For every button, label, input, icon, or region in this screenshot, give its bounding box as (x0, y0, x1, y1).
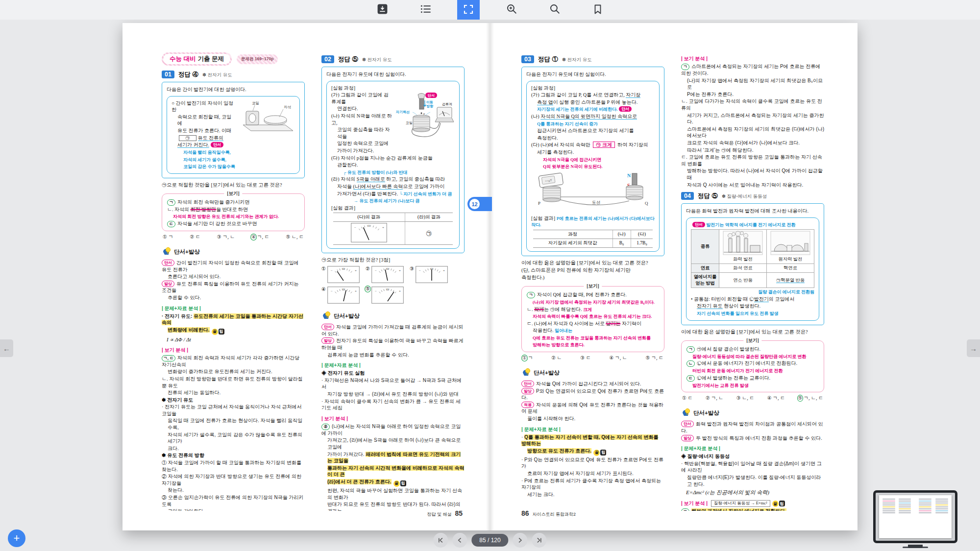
text-line: · 전자기 유도: 유도전류의 세기는 코일을 통과하는 시간당 자기선속의 (162, 313, 305, 326)
answer-option: ⑤ ㄴ, ㄷ (286, 234, 304, 240)
text-line: 코일을 감아쥔다. (162, 508, 305, 511)
answer-mark: ㄱ (167, 199, 175, 206)
svg-text:코일: 코일 (406, 121, 413, 125)
text-line: 자석을 빨리 움직일수록, (172, 149, 295, 156)
meter-options: ①0−+②0−+③0−+④0−+⑤0−+ (321, 266, 465, 305)
answer-option: ② ㄴ (551, 355, 562, 361)
last-page-button[interactable] (532, 533, 547, 548)
text-line: 자기장 방향 반대 → (라)에서 유도 전류의 방향이 (나)와 반대 (321, 391, 465, 398)
text-block: ㄱ핵분열 과정에서 질량이 에너지로 전환된다.즉 질량 결손이 생기며 사라진… (681, 508, 824, 511)
text-line: 변화량에 비례한다.꿀팁 (162, 327, 305, 335)
text-run: └ 자기 선속의 변화가 더 큼 (399, 192, 452, 196)
text-line: 자기 선속의 변화를 일으켜 유도 전류 발생 (691, 310, 814, 317)
experiment-box: [실험 과정](가) 그림과 같이 코일 P, Q를 서로 연결하고, 자기장측… (526, 81, 660, 252)
problem-04-header: 04정답 ⑤✽ 질량-에너지 동등성 (681, 192, 824, 200)
bookmark-tab[interactable]: 12 (467, 197, 492, 211)
answer-mark: ㄱ (681, 64, 689, 70)
text-run: 작용한다. (533, 328, 555, 333)
answer-mark: ㄴ (686, 360, 695, 367)
first-page-icon (437, 537, 444, 544)
answer-option: ③ ㄷ (580, 355, 590, 361)
text-line: 자석의 속력이 빠를수록 Q에 흐르는 유도 전류의 세기는 크다. (527, 313, 659, 320)
clue-idea-heading: 단서+발상 (321, 311, 465, 321)
text-line: ㄱ핵분열 과정에서 질량이 에너지로 전환된다. (681, 508, 824, 511)
text-run: (가) 그림과 같이 코일 P, Q를 서로 연결하고, (531, 92, 626, 97)
zoom-in-icon (506, 3, 518, 17)
text-line: 통과하는 자기 선속의 시간적 변화율에 비례하므로 자석의 속력이 더 큰 (321, 465, 465, 478)
answer-option: ④ ㄱ, ㄷ (767, 395, 785, 402)
bookmark-tab-number: 12 (469, 199, 480, 209)
experiment-box: [실험 과정]단서이동방향자기력선p코일검류계(가) 그림과 같이 코일에 검류… (326, 81, 460, 249)
text-run: 현상이 발생한다. (723, 303, 761, 309)
text-line: ┌ 유도 전류의 방향이 (나)와 반대 (331, 169, 455, 176)
text-line: 코일의 감은 수가 많을수록 (172, 163, 295, 170)
text-run: 발전기는 역학적 에너지를 전기 에너지로 전환 (705, 222, 796, 227)
text-line: · 전자기 유도는 코일 근처에서 자석을 움직이거나 자석 근처에서 코일을 (162, 404, 305, 417)
text-run: 자석을 (337, 184, 353, 189)
page-column-1: 수능 대비기출 문제문제편 169~170p01정답 ④✽ 전자기 유도다음은 … (162, 51, 305, 511)
text-line: 세기는 크다. (521, 491, 664, 498)
text-line: 측정한다.) (521, 274, 664, 281)
section-heading: | 문제+자료 분석 | (162, 305, 305, 312)
text-line: ⑤(나)에서는 자석의 N극을 아래로 하여 일정한 속력으로 코일에 가까이 (321, 423, 465, 437)
text-line: [실험 결과] (331, 205, 455, 212)
text-line: ㄷ㉡에서 발생하는 전류는 교류이다. (686, 375, 819, 382)
search-button[interactable] (543, 0, 566, 20)
download-button[interactable] (371, 0, 393, 20)
text-line: ㄱ자석이 Q에 접근할 때, P에 전류가 흐른다. (527, 291, 659, 298)
text-line: 가까이 가져간다. (331, 147, 455, 154)
svg-text:p: p (423, 112, 425, 115)
text-line: 크므로 자석의 속력은 (다)에서가 (나)에서보다 크다. (681, 140, 824, 146)
text-block: · 전자기 유도: 유도전류의 세기는 코일을 통과하는 시간당 자기선속의변화… (162, 313, 305, 343)
text-line: 접근시키면서 스마트폰으로 자기장의 세기를 (531, 127, 655, 134)
발상-badge: 발상 (681, 435, 694, 441)
text-run: ㄷ. (나)에서 자석과 Q 사이에는 서로 (527, 321, 606, 326)
answer-mark: ㄷ (167, 221, 175, 227)
answer-option: ① ㄱ (163, 234, 173, 240)
svg-text:0: 0 (368, 224, 369, 227)
answer-label: 정답 ⑤ (698, 192, 718, 200)
bookmark-button[interactable] (587, 0, 609, 20)
next-page-edge-button[interactable]: → (967, 339, 980, 357)
problem-number: 03 (521, 55, 534, 63)
first-page-button[interactable] (433, 533, 448, 548)
experiment-box: 단서 발전기는 역학적 에너지를 전기 에너지로 전환종류화력 발전원자력 발전… (686, 217, 819, 321)
section-heading: | 보기 분석 |질량·에너지 동등성 → E=mc²꿀팁 (681, 500, 824, 507)
text-run: 단서 (619, 106, 632, 112)
text-run: 회전 방향만 (191, 207, 217, 212)
text-run: (라)에서 더 큰 전류가 흐른다. (327, 479, 392, 484)
tip-badge-part: 꿀 (772, 501, 779, 507)
text-block: ✽ 전자기 유도· 전자기 유도는 코일 근처에서 자석을 움직이거나 자석 근… (162, 397, 305, 511)
단서-badge: 단서 (681, 421, 694, 427)
section-heading: | 문제+자료 분석 | (521, 426, 664, 433)
section-heading: | 문제+자료 분석 | (681, 445, 824, 452)
add-button[interactable]: + (8, 529, 25, 547)
svg-text:−: − (331, 289, 333, 293)
svg-text:검류계: 검류계 (442, 102, 452, 106)
answer-mark: ㄷ (686, 375, 695, 382)
download-icon (376, 3, 389, 17)
text-line: Q의 윗부분은 N극이 유도된다. (531, 163, 655, 170)
text-line: (나)의 자기장 앱에서 측정된 자기장의 세기의 최댓값은 B₀이므로 (681, 77, 824, 91)
text-line: ㄱ, ㄷ자석의 회전 속력과 자석의 세기가 각각 증가하면 시간당 자기선속의 (162, 355, 305, 368)
text-block: ㉠으로 가장 적절한 것은? [3점] (321, 257, 465, 264)
chevron-right-icon (517, 537, 524, 544)
text-line: · 핵반응(핵분열, 핵융합)이 일어날 때 질량 결손(Δm)이 생기면 그에… (681, 460, 824, 474)
next-page-button[interactable] (513, 533, 528, 548)
zoom-in-button[interactable] (500, 0, 523, 20)
text-line: 단서화력 발전과 원자력 발전의 차이점과 공통점이 제시되어 있다. (681, 421, 824, 434)
formula-box: 질량·에너지 동등성 → E=mc² (711, 500, 770, 507)
fullscreen-button[interactable] (457, 0, 480, 20)
preview-monitor[interactable] (873, 490, 957, 548)
text-line: 발상P와 Q는 연결되어 있으므로 Q에 전류가 흐르면 P에도 흐른다. (521, 388, 664, 401)
text-line: · P와 Q는 연결되어 있으므로 Q에 유도 전류가 흐르면 P에도 전류가 (521, 456, 664, 470)
text-line: 찾는다. (162, 487, 305, 494)
text-line: 추론할 수 있다. (162, 294, 305, 301)
text-block: ㄱ, ㄷ자석의 회전 속력과 자석의 세기가 각각 증가하면 시간당 자기선속의… (162, 355, 305, 396)
svg-text:+: + (355, 269, 357, 273)
contents-list-button[interactable] (414, 0, 437, 20)
previous-page-button[interactable] (452, 533, 467, 548)
coil-galvanometer-diagram: 단서이동방향자기력선p코일검류계 (395, 92, 455, 143)
pq-coils-diagram: ○○μTP도선NSQ (531, 171, 655, 214)
prev-page-edge-button[interactable]: ← (0, 339, 13, 357)
